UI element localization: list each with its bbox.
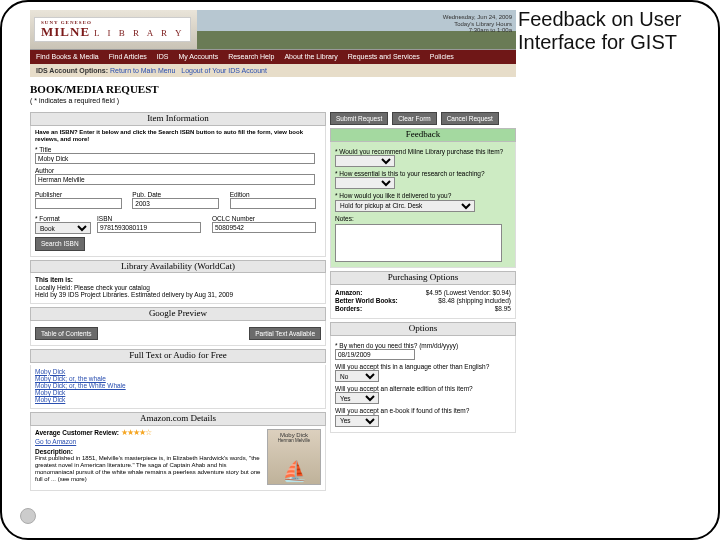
availability-block: This item is: Locally Held: Please check… [30,273,326,303]
options-block: * By when do you need this? (mm/dd/yyyy)… [330,336,516,433]
partial-text-button[interactable]: Partial Text Available [249,327,321,340]
nav-item[interactable]: About the Library [284,53,337,61]
nav-item[interactable]: Find Articles [109,53,147,61]
required-note: ( * indicates a required field ) [30,97,516,105]
format-label: * Format [35,215,91,222]
recommend-select[interactable] [335,155,395,167]
isbn-input[interactable] [97,222,201,233]
publisher-input[interactable] [35,198,122,209]
main-nav: Find Books & Media Find Articles IDS My … [30,50,516,64]
book-cover-thumbnail[interactable]: Moby Dick Herman Melville [267,429,321,485]
oclc-label: OCLC Number [212,215,321,222]
essential-select[interactable] [335,177,395,189]
fulltext-block: Moby Dick Moby Dick; or, the whale Moby … [30,365,326,410]
subnav-main-menu[interactable]: Return to Main Menu [110,67,175,74]
toc-button[interactable]: Table of Contents [35,327,98,340]
logo-sub: L I B R A R Y [94,28,184,38]
format-select[interactable]: Book [35,222,91,234]
isbn-blurb: Have an ISBN? Enter it below and click t… [35,129,321,143]
nav-item[interactable]: Research Help [228,53,274,61]
oclc-input[interactable] [212,222,316,233]
gist-screenshot: SUNY GENESEO MILNEL I B R A R Y Wednesda… [30,10,516,526]
feedback-block: * Would you recommend Milne Library purc… [330,142,516,268]
search-isbn-button[interactable]: Search ISBN [35,237,85,250]
fulltext-link[interactable]: Moby Dick [35,389,321,396]
feedback-head: Feedback [330,128,516,142]
amazon-head: Amazon.com Details [30,412,326,426]
amazon-description: First published in 1851, Melville's mast… [35,455,263,483]
pubdate-input[interactable] [132,198,219,209]
delivery-select[interactable]: Hold for pickup at Circ. Desk [335,200,475,212]
item-info-head: Item Information [30,112,326,126]
nav-item[interactable]: My Accounts [178,53,218,61]
preview-block: Table of Contents Partial Text Available [30,321,326,346]
site-banner: SUNY GENESEO MILNEL I B R A R Y Wednesda… [30,10,516,50]
account-subnav: IDS Account Options: Return to Main Menu… [30,64,516,78]
nav-item[interactable]: IDS [157,53,169,61]
go-amazon-link[interactable]: Go to Amazon [35,438,76,445]
purchasing-head: Purchasing Options [330,271,516,285]
ebook-select[interactable]: Yes [335,415,379,427]
title-input[interactable] [35,153,315,164]
alt-edition-select[interactable]: Yes [335,392,379,404]
options-head: Options [330,322,516,336]
other-language-select[interactable]: No [335,370,379,382]
nav-item[interactable]: Find Books & Media [36,53,99,61]
author-label: Author [35,167,321,174]
star-rating-icon: ★★★★☆ [121,428,151,437]
isbn-label: ISBN [97,215,206,222]
slide-annotation: Feedback on User Interface for GIST [518,8,708,54]
clear-form-button[interactable]: Clear Form [392,112,437,125]
fulltext-link[interactable]: Moby Dick [35,368,321,375]
availability-head: Library Availability (WorldCat) [30,260,326,274]
logo-main: MILNE [41,24,90,39]
edition-label: Edition [230,191,321,198]
title-label: * Title [35,146,321,153]
preview-head: Google Preview [30,307,326,321]
nav-item[interactable]: Requests and Services [348,53,420,61]
purchasing-block: Amazon:$4.95 (Lowest Vendor: $0.94) Bett… [330,285,516,319]
site-logo[interactable]: SUNY GENESEO MILNEL I B R A R Y [34,17,191,43]
edition-input[interactable] [230,198,317,209]
need-by-input[interactable] [335,349,415,360]
author-input[interactable] [35,174,315,185]
nav-item[interactable]: Policies [430,53,454,61]
subnav-logout[interactable]: Logout of Your IDS Account [181,67,267,74]
action-buttons: Submit Request Clear Form Cancel Request [330,109,516,125]
cancel-request-button[interactable]: Cancel Request [441,112,499,125]
banner-meta: Wednesday, Jun 24, 2009 Today's Library … [443,14,512,34]
publisher-label: Publisher [35,191,126,198]
fulltext-link[interactable]: Moby Dick [35,396,321,403]
fulltext-head: Full Text or Audio for Free [30,349,326,363]
fulltext-link[interactable]: Moby Dick; or, the White Whale [35,382,321,389]
pubdate-label: Pub. Date [132,191,223,198]
page-title: BOOK/MEDIA REQUEST [30,83,516,95]
notes-textarea[interactable] [335,224,502,262]
submit-request-button[interactable]: Submit Request [330,112,388,125]
amazon-block: Average Customer Review: ★★★★☆ Go to Ama… [30,426,326,491]
item-info-block: Have an ISBN? Enter it below and click t… [30,126,326,256]
fulltext-link[interactable]: Moby Dick; or, the whale [35,375,321,382]
slide-corner-dot [20,508,36,524]
